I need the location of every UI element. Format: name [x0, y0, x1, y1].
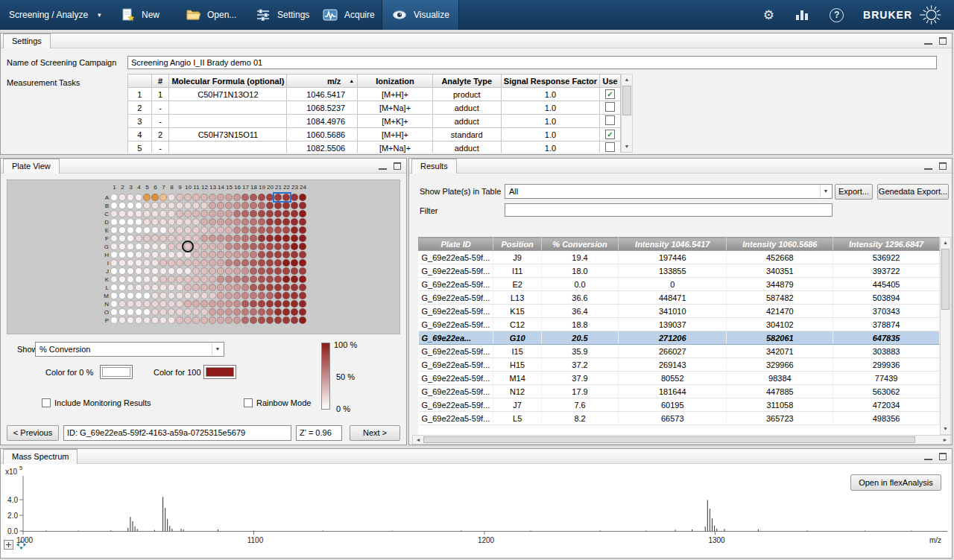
plate-well[interactable] [291, 194, 298, 201]
plate-well[interactable] [282, 276, 290, 283]
use-checkbox[interactable]: ✓ [605, 130, 615, 139]
plate-well[interactable] [119, 235, 126, 242]
plate-well[interactable] [127, 218, 134, 226]
plate-well[interactable] [119, 202, 126, 209]
plate-well[interactable] [184, 276, 192, 283]
plate-well[interactable] [135, 284, 142, 291]
plate-well[interactable] [266, 202, 274, 209]
plate-well[interactable] [299, 267, 306, 275]
result-row[interactable]: G_69e22ea5-59f...N1217.91816444478855630… [419, 385, 940, 398]
plate-well[interactable] [291, 243, 298, 250]
plate-well[interactable] [119, 259, 126, 267]
plate-well[interactable] [299, 292, 306, 299]
plate-well[interactable] [258, 308, 265, 316]
plate-well[interactable] [151, 243, 159, 250]
plate-well[interactable] [217, 226, 224, 234]
plate-well[interactable] [119, 194, 126, 201]
plate-well[interactable] [258, 202, 265, 209]
plate-well[interactable] [225, 267, 233, 275]
plate-well[interactable] [127, 284, 134, 291]
plate-well[interactable] [127, 210, 134, 217]
tasks-column-header[interactable]: m/z▲ [287, 74, 358, 88]
plate-well[interactable] [184, 316, 192, 324]
plate-well[interactable] [299, 235, 306, 242]
plate-well[interactable] [168, 202, 175, 209]
plate-well[interactable] [233, 267, 241, 275]
task-row[interactable]: 3-1084.4976[M+K]+adduct1.0 [128, 115, 621, 128]
plate-well[interactable] [274, 259, 282, 267]
plate-well[interactable] [266, 300, 274, 308]
plate-well[interactable] [233, 300, 241, 308]
plate-well[interactable] [200, 292, 208, 299]
open-button[interactable]: Open... [176, 0, 245, 30]
plate-well[interactable] [233, 316, 241, 324]
plate-well[interactable] [250, 259, 257, 267]
plate-well[interactable] [151, 210, 159, 217]
plate-well[interactable] [250, 235, 257, 242]
plate-well[interactable] [176, 202, 183, 209]
plate-well[interactable] [258, 316, 265, 324]
plate-well[interactable] [258, 284, 265, 291]
plate-well[interactable] [291, 292, 298, 299]
plate-well[interactable] [209, 210, 216, 217]
plate-well[interactable] [184, 308, 192, 316]
plate-well[interactable] [168, 259, 175, 267]
plate-well[interactable] [200, 226, 208, 234]
plate-well[interactable] [217, 300, 224, 308]
plate-well[interactable] [135, 292, 142, 299]
plate-well[interactable] [110, 276, 118, 283]
plate-well[interactable] [135, 218, 142, 226]
result-row[interactable]: G_69e22ea5-59f...M1437.9805529838477439 [419, 372, 940, 385]
plate-well[interactable] [159, 202, 167, 209]
plate-well[interactable] [135, 316, 142, 324]
plate-well[interactable] [151, 292, 159, 299]
plate-well[interactable] [225, 194, 233, 201]
plate-well[interactable] [135, 210, 142, 217]
plate-well[interactable] [127, 276, 134, 283]
plate-well[interactable] [217, 210, 224, 217]
plate-well[interactable] [143, 210, 151, 217]
plate-well[interactable] [209, 218, 216, 226]
plate-well[interactable] [250, 308, 257, 316]
show-dropdown[interactable]: % Conversion ▼ [35, 342, 224, 357]
plate-well[interactable] [209, 267, 216, 275]
plate-well[interactable] [291, 276, 298, 283]
results-hscrollbar[interactable]: ◄ ► [412, 435, 951, 445]
results-column-header[interactable]: Intensity 1046.5417 [619, 238, 727, 251]
visualize-button[interactable]: Visualize [382, 0, 459, 30]
plate-well[interactable] [241, 202, 249, 209]
plate-well[interactable] [168, 316, 175, 324]
plate-well[interactable] [151, 194, 159, 201]
plate-well[interactable] [274, 308, 282, 316]
plate-well[interactable] [233, 194, 241, 201]
plate-well[interactable] [282, 259, 290, 267]
plate-well[interactable] [192, 202, 200, 209]
plate-well[interactable] [151, 235, 159, 242]
plate-well[interactable] [250, 226, 257, 234]
plate-well[interactable] [258, 194, 265, 201]
plate-well[interactable] [151, 259, 159, 267]
plate-well[interactable] [159, 243, 167, 250]
plate-well[interactable] [135, 202, 142, 209]
gear-icon[interactable]: ⚙ [763, 7, 774, 23]
plate-well[interactable] [217, 276, 224, 283]
plate-well[interactable] [291, 308, 298, 316]
plate-well[interactable] [192, 292, 200, 299]
plate-id-field[interactable]: ID: G_69e22ea5-59f2-4163-a59a-0725315e56… [63, 425, 291, 441]
plate-well[interactable] [135, 267, 142, 275]
plate-well[interactable] [217, 251, 224, 258]
plate-well[interactable] [168, 276, 175, 283]
plate-well[interactable] [299, 300, 306, 308]
plate-well[interactable] [274, 276, 282, 283]
plate-well[interactable] [143, 308, 151, 316]
plate-well[interactable] [217, 202, 224, 209]
plate-well[interactable] [225, 300, 233, 308]
plate-well[interactable] [192, 194, 200, 201]
plate-well[interactable] [135, 300, 142, 308]
tab-results[interactable]: Results [411, 159, 457, 174]
result-row[interactable]: G_69e22ea5-59f...I1118.01338553403513937… [419, 264, 940, 278]
zoom-mode-icon[interactable] [4, 540, 13, 550]
plate-well[interactable] [192, 300, 200, 308]
plate-well[interactable] [127, 308, 134, 316]
plate-well[interactable] [127, 243, 134, 250]
